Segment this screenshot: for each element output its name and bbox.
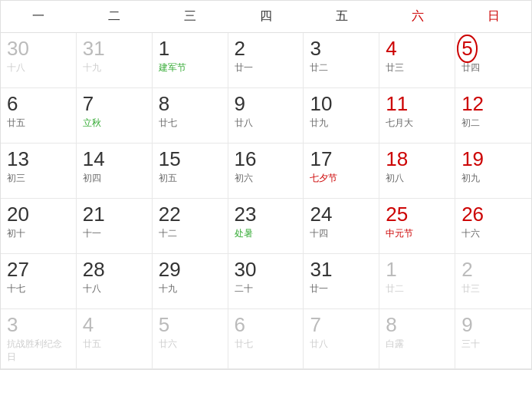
day-number: 15 — [159, 148, 181, 170]
day-subtitle: 处暑 — [235, 227, 253, 240]
day-number: 3 — [310, 38, 320, 60]
day-subtitle: 十四 — [310, 227, 328, 240]
day-cell[interactable]: 28十八 — [77, 254, 153, 309]
day-cell[interactable]: 16初六 — [228, 144, 304, 199]
day-cell[interactable]: 20初十 — [1, 199, 77, 254]
day-cell[interactable]: 19初九 — [455, 144, 531, 199]
day-cell[interactable]: 15初五 — [153, 144, 228, 199]
day-number: 9 — [461, 314, 472, 336]
day-cell[interactable]: 2廿一 — [228, 33, 304, 88]
day-subtitle: 三十 — [461, 338, 480, 351]
day-subtitle: 廿七 — [159, 117, 177, 130]
day-cell[interactable]: 25中元节 — [379, 199, 455, 254]
header-cell: 日 — [455, 1, 531, 32]
day-subtitle: 七夕节 — [310, 172, 337, 185]
day-subtitle: 初二 — [461, 117, 480, 130]
day-number: 3 — [7, 314, 18, 336]
day-number: 7 — [83, 93, 94, 115]
day-subtitle: 廿一 — [235, 61, 253, 74]
day-subtitle: 初八 — [386, 172, 404, 185]
day-number: 24 — [310, 203, 332, 226]
day-number: 1 — [159, 38, 169, 60]
header-cell: 六 — [379, 1, 455, 32]
day-cell[interactable]: 26十六 — [455, 199, 531, 254]
day-cell[interactable]: 7立秋 — [77, 88, 153, 144]
day-cell[interactable]: 18初八 — [379, 144, 455, 199]
day-subtitle: 十九 — [159, 282, 177, 295]
day-number: 5 — [159, 314, 169, 336]
day-cell[interactable]: 6廿七 — [228, 309, 304, 369]
day-subtitle: 十七 — [7, 282, 25, 295]
day-subtitle: 廿八 — [235, 117, 253, 130]
day-number: 8 — [159, 93, 169, 115]
day-subtitle: 中元节 — [386, 227, 413, 240]
day-cell[interactable]: 30十八 — [1, 33, 77, 88]
day-number: 19 — [461, 148, 484, 170]
day-cell[interactable]: 11七月大 — [379, 88, 455, 144]
day-number: 2 — [461, 259, 472, 281]
day-number: 21 — [83, 203, 105, 226]
day-cell[interactable]: 1廿二 — [379, 254, 455, 309]
day-cell[interactable]: 13初三 — [1, 144, 77, 199]
day-cell[interactable]: 22十二 — [153, 199, 228, 254]
day-number: 8 — [386, 314, 396, 336]
day-cell[interactable]: 8白露 — [379, 309, 455, 369]
day-subtitle: 初三 — [7, 172, 25, 185]
day-number: 9 — [235, 93, 245, 115]
day-cell[interactable]: 3抗战胜利纪念日 — [1, 309, 77, 369]
day-number: 12 — [461, 93, 484, 115]
day-cell[interactable]: 3廿二 — [304, 33, 379, 88]
day-cell[interactable]: 2廿三 — [455, 254, 531, 309]
day-number: 14 — [83, 148, 105, 170]
day-subtitle: 廿五 — [83, 338, 101, 351]
day-cell[interactable]: 8廿七 — [153, 88, 228, 144]
day-cell[interactable]: 1建军节 — [153, 33, 228, 88]
day-subtitle: 二十 — [235, 282, 253, 295]
day-cell[interactable]: 23处暑 — [228, 199, 304, 254]
day-cell[interactable]: 30二十 — [228, 254, 304, 309]
day-cell[interactable]: 17七夕节 — [304, 144, 379, 199]
header-cell: 四 — [228, 1, 304, 32]
day-cell[interactable]: 14初四 — [77, 144, 153, 199]
day-number: 28 — [83, 259, 105, 281]
header-cell: 三 — [153, 1, 228, 32]
calendar-grid: 30十八31十九1建军节2廿一3廿二4廿三5廿四6廿五7立秋8廿七9廿八10廿九… — [1, 33, 531, 369]
day-number: 23 — [235, 203, 257, 226]
day-subtitle: 廿二 — [310, 61, 328, 74]
day-cell[interactable]: 4廿三 — [379, 33, 455, 88]
day-number: 13 — [7, 148, 29, 170]
day-cell[interactable]: 4廿五 — [77, 309, 153, 369]
day-cell[interactable]: 24十四 — [304, 199, 379, 254]
day-number: 16 — [235, 148, 257, 170]
day-number: 30 — [235, 259, 257, 281]
day-number: 30 — [7, 38, 29, 60]
day-cell[interactable]: 6廿五 — [1, 88, 77, 144]
day-subtitle: 十六 — [461, 227, 480, 240]
day-cell[interactable]: 31廿一 — [304, 254, 379, 309]
day-cell[interactable]: 5廿六 — [153, 309, 228, 369]
day-cell[interactable]: 9三十 — [455, 309, 531, 369]
day-cell[interactable]: 21十一 — [77, 199, 153, 254]
day-cell[interactable]: 9廿八 — [228, 88, 304, 144]
day-number: 4 — [83, 314, 94, 336]
day-cell[interactable]: 5廿四 — [455, 33, 531, 88]
day-cell[interactable]: 31十九 — [77, 33, 153, 88]
day-cell[interactable]: 27十七 — [1, 254, 77, 309]
day-cell[interactable]: 12初二 — [455, 88, 531, 144]
day-number: 11 — [386, 93, 408, 115]
day-number: 25 — [386, 203, 408, 226]
day-cell[interactable]: 7廿八 — [304, 309, 379, 369]
day-number: 29 — [159, 259, 181, 281]
calendar-header: 一二三四五六日 — [1, 1, 531, 33]
day-subtitle: 廿二 — [386, 282, 404, 295]
day-subtitle: 廿八 — [310, 338, 328, 351]
header-cell: 五 — [304, 1, 379, 32]
day-subtitle: 十八 — [7, 61, 25, 74]
day-subtitle: 七月大 — [386, 117, 413, 130]
day-number: 31 — [310, 259, 332, 281]
day-cell[interactable]: 29十九 — [153, 254, 228, 309]
day-subtitle: 初九 — [461, 172, 480, 185]
day-subtitle: 十二 — [159, 227, 177, 240]
day-cell[interactable]: 10廿九 — [304, 88, 379, 144]
day-subtitle: 廿五 — [7, 117, 25, 130]
